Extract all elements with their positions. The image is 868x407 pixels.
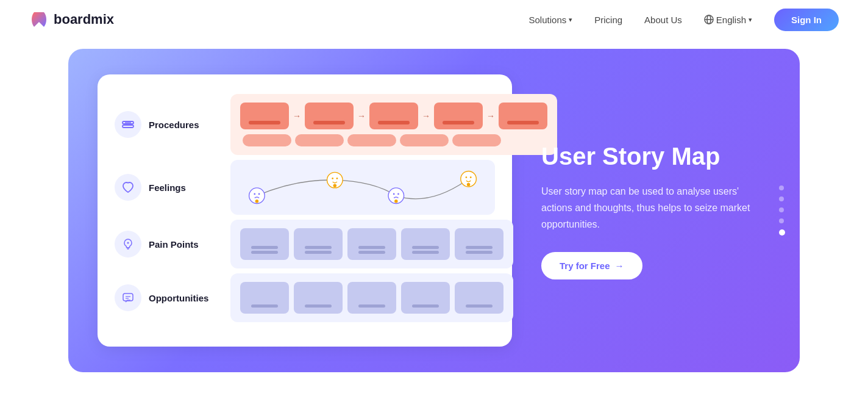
hero-text-content: User Story Map User story map can be use… xyxy=(541,142,770,280)
try-free-button[interactable]: Try for Free → xyxy=(541,252,642,279)
svg-point-12 xyxy=(336,178,338,179)
proc-card-2 xyxy=(305,103,354,129)
pain-card-5 xyxy=(455,228,503,260)
navbar: boardmix Solutions ▾ Pricing About Us En… xyxy=(0,0,868,39)
hero-description: User story map can be used to analyse us… xyxy=(541,183,770,233)
dot-1[interactable] xyxy=(779,185,784,190)
dot-5-active[interactable] xyxy=(779,229,785,236)
proc-pill-1 xyxy=(243,134,291,146)
procedures-icon-circle xyxy=(115,111,141,138)
arrow-3: → xyxy=(422,111,430,121)
arrow-right-icon: → xyxy=(615,261,624,271)
feelings-grid xyxy=(230,160,495,215)
proc-card-5 xyxy=(499,103,547,129)
logo-icon xyxy=(29,10,49,29)
navbar-links: Solutions ▾ Pricing About Us English ▾ S… xyxy=(529,9,839,31)
pain-card-3 xyxy=(347,228,396,260)
proc-cards-top: → → → → xyxy=(240,103,547,129)
feelings-icon-circle xyxy=(115,174,141,201)
story-map-visual: Procedures → → → → xyxy=(98,74,512,347)
procedures-icon xyxy=(121,118,135,131)
painpoints-grid xyxy=(230,220,513,268)
proc-pill-4 xyxy=(400,134,449,146)
arrow-4: → xyxy=(486,111,495,121)
sign-in-button[interactable]: Sign In xyxy=(774,9,839,31)
feelings-icon xyxy=(121,181,135,194)
pain-points-label: Pain Points xyxy=(115,231,230,258)
globe-icon xyxy=(704,15,714,24)
proc-pills xyxy=(240,134,547,146)
arrow-2: → xyxy=(357,111,366,121)
proc-pill-5 xyxy=(452,134,501,146)
hero-card: Procedures → → → → xyxy=(68,49,800,372)
svg-point-19 xyxy=(466,176,468,178)
language-label: English xyxy=(716,15,746,25)
opportunities-row: Opportunities xyxy=(115,273,495,322)
pain-points-icon-circle xyxy=(115,231,141,258)
feelings-label: Feelings xyxy=(115,174,230,201)
svg-rect-25 xyxy=(123,294,133,301)
pagination-dots xyxy=(779,185,785,236)
proc-card-3 xyxy=(369,103,418,129)
about-nav-link[interactable]: About Us xyxy=(644,15,682,25)
logo[interactable]: boardmix xyxy=(29,10,114,29)
opportunities-label: Opportunities xyxy=(115,284,230,311)
procedures-row: Procedures → → → → xyxy=(115,94,495,155)
proc-card-1 xyxy=(240,103,289,129)
dot-2[interactable] xyxy=(779,196,784,201)
dot-3[interactable] xyxy=(779,207,784,212)
svg-rect-4 xyxy=(123,125,133,128)
dot-4[interactable] xyxy=(779,218,784,223)
arrow-1: → xyxy=(293,111,301,121)
logo-text: boardmix xyxy=(54,12,114,27)
chat-icon xyxy=(121,291,135,304)
proc-pill-2 xyxy=(295,134,344,146)
svg-point-24 xyxy=(127,242,129,244)
pricing-nav-link[interactable]: Pricing xyxy=(594,15,622,25)
svg-point-15 xyxy=(393,193,395,195)
opp-card-1 xyxy=(240,282,289,314)
svg-point-21 xyxy=(467,183,470,186)
chevron-down-icon: ▾ xyxy=(569,16,572,24)
opp-card-5 xyxy=(455,282,503,314)
pain-points-row: Pain Points xyxy=(115,220,495,268)
feelings-chart xyxy=(240,166,485,209)
hero-title: User Story Map xyxy=(541,142,770,171)
feelings-title: Feelings xyxy=(149,182,186,193)
try-free-label: Try for Free xyxy=(560,261,610,271)
language-chevron-icon: ▾ xyxy=(749,16,752,24)
solutions-nav-link[interactable]: Solutions ▾ xyxy=(529,15,573,25)
about-label: About Us xyxy=(644,15,682,25)
proc-card-4 xyxy=(434,103,483,129)
opp-card-2 xyxy=(294,282,343,314)
lightbulb-icon xyxy=(121,237,135,251)
svg-point-16 xyxy=(397,193,399,195)
pain-card-4 xyxy=(401,228,450,260)
opportunities-icon-circle xyxy=(115,284,141,311)
pain-points-title: Pain Points xyxy=(149,239,199,250)
pricing-label: Pricing xyxy=(594,15,622,25)
svg-point-11 xyxy=(332,178,333,179)
svg-point-9 xyxy=(255,200,258,203)
opp-card-3 xyxy=(347,282,396,314)
opportunities-title: Opportunities xyxy=(149,293,208,303)
opp-grid xyxy=(230,273,513,322)
solutions-label: Solutions xyxy=(529,15,567,25)
feelings-row: Feelings xyxy=(115,160,495,215)
svg-point-8 xyxy=(258,193,260,195)
svg-point-7 xyxy=(254,193,255,195)
pain-card-2 xyxy=(294,228,343,260)
procedures-grid: → → → → xyxy=(230,94,557,155)
language-selector[interactable]: English ▾ xyxy=(704,15,752,25)
opp-card-4 xyxy=(401,282,450,314)
svg-point-13 xyxy=(333,184,336,187)
svg-point-20 xyxy=(470,176,472,178)
procedures-label: Procedures xyxy=(115,111,230,138)
svg-point-17 xyxy=(394,200,397,203)
proc-pill-3 xyxy=(347,134,396,146)
procedures-title: Procedures xyxy=(149,120,199,130)
hero-section: Procedures → → → → xyxy=(0,39,868,392)
pain-card-1 xyxy=(240,228,289,260)
